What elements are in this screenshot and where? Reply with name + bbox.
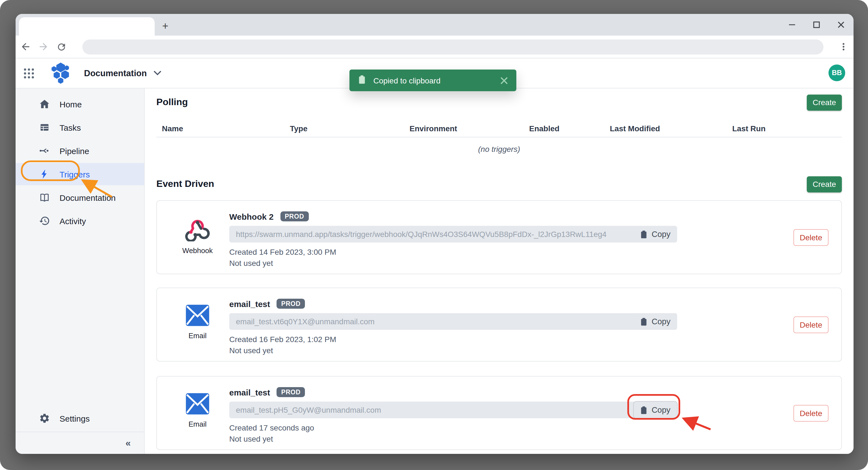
environment-badge: PROD bbox=[277, 387, 305, 397]
column-enabled: Enabled bbox=[529, 124, 610, 133]
home-icon bbox=[39, 98, 50, 109]
column-environment: Environment bbox=[409, 124, 529, 133]
sidebar-spacer bbox=[16, 233, 144, 408]
trigger-type-label: Email bbox=[181, 420, 214, 428]
toast-close-icon[interactable] bbox=[499, 75, 510, 86]
unmand-logo-icon bbox=[50, 62, 72, 84]
polling-empty-state: (no triggers) bbox=[156, 145, 842, 154]
book-icon bbox=[39, 192, 50, 203]
endpoint-field: email_test.pH5_G0yW@unmandmail.com Copy bbox=[229, 402, 677, 418]
toast-message: Copied to clipboard bbox=[373, 76, 499, 85]
polling-table-header: Name Type Environment Enabled Last Modif… bbox=[156, 124, 842, 137]
trigger-card-webhook-2: Webhook Webhook 2 PROD https://swarm.unm… bbox=[156, 200, 842, 274]
toast-notification: Copied to clipboard bbox=[349, 69, 516, 91]
email-icon bbox=[185, 304, 210, 326]
column-last-run: Last Run bbox=[732, 124, 842, 133]
new-tab-button[interactable]: + bbox=[158, 19, 173, 33]
back-button[interactable] bbox=[19, 40, 32, 53]
app-body: Home Tasks Pipeline Triggers bbox=[16, 88, 854, 454]
screenshot-stage: + Documentation bbox=[0, 0, 868, 470]
avatar[interactable]: BB bbox=[829, 65, 845, 81]
trigger-usage: Not used yet bbox=[229, 259, 780, 268]
browser-toolbar bbox=[16, 36, 854, 58]
tasks-icon bbox=[39, 122, 50, 133]
copy-button-highlighted[interactable]: Copy bbox=[633, 401, 678, 419]
polling-create-button[interactable]: Create bbox=[807, 94, 842, 111]
trigger-card-email-test-2: Email email_test PROD email_test.pH5_G0y… bbox=[156, 376, 842, 450]
clipboard-icon bbox=[641, 230, 647, 238]
minimize-button[interactable] bbox=[786, 19, 798, 31]
polling-title: Polling bbox=[156, 97, 188, 108]
reload-button[interactable] bbox=[55, 40, 68, 53]
sidebar-footer: « bbox=[16, 432, 144, 454]
collapse-sidebar-button[interactable]: « bbox=[125, 437, 131, 448]
sidebar-items: Home Tasks Pipeline Triggers bbox=[16, 88, 144, 233]
browser-tabstrip: + bbox=[16, 14, 854, 36]
sidebar-item-settings[interactable]: Settings bbox=[16, 408, 144, 428]
sidebar: Home Tasks Pipeline Triggers bbox=[16, 88, 145, 454]
column-name: Name bbox=[162, 124, 290, 133]
sidebar-item-home[interactable]: Home bbox=[16, 93, 144, 115]
copy-button[interactable]: Copy bbox=[637, 316, 677, 326]
trigger-usage: Not used yet bbox=[229, 434, 780, 443]
browser-tab[interactable] bbox=[19, 17, 155, 36]
sidebar-item-pipeline[interactable]: Pipeline bbox=[16, 139, 144, 162]
polling-section-header: Polling Create bbox=[156, 94, 842, 111]
trigger-type-label: Webhook bbox=[181, 246, 214, 255]
trigger-name: Webhook 2 bbox=[229, 212, 274, 221]
trigger-name: email_test bbox=[229, 387, 270, 397]
chevron-down-icon bbox=[154, 71, 161, 76]
workspace-switcher[interactable]: Documentation bbox=[84, 68, 161, 78]
clipboard-icon bbox=[641, 317, 647, 326]
desktop-background: + Documentation bbox=[0, 0, 868, 470]
endpoint-field: email_test.vt6q0Y1X@unmandmail.com Copy bbox=[229, 313, 677, 330]
delete-button[interactable]: Delete bbox=[794, 405, 829, 421]
window-controls bbox=[786, 14, 854, 36]
environment-badge: PROD bbox=[280, 211, 309, 221]
workspace-name: Documentation bbox=[84, 68, 147, 78]
clipboard-icon bbox=[641, 406, 647, 414]
main-content: Polling Create Name Type Environment Ena… bbox=[145, 88, 854, 454]
sidebar-item-activity[interactable]: Activity bbox=[16, 210, 144, 232]
pipeline-icon bbox=[39, 145, 50, 156]
trigger-usage: Not used yet bbox=[229, 346, 780, 355]
forward-button[interactable] bbox=[37, 40, 50, 53]
event-driven-create-button[interactable]: Create bbox=[807, 176, 842, 192]
event-driven-title: Event Driven bbox=[156, 179, 214, 190]
trigger-created: Created 14 Feb 2023, 3:00 PM bbox=[229, 248, 780, 256]
browser-menu-icon[interactable] bbox=[837, 40, 850, 53]
close-window-button[interactable] bbox=[835, 19, 847, 31]
browser-window: + Documentation bbox=[16, 14, 854, 454]
copy-button[interactable]: Copy bbox=[637, 229, 677, 239]
email-icon bbox=[185, 393, 210, 415]
maximize-button[interactable] bbox=[810, 19, 823, 31]
lightning-bolt-icon bbox=[39, 168, 50, 180]
sidebar-item-tasks[interactable]: Tasks bbox=[16, 116, 144, 138]
delete-button[interactable]: Delete bbox=[794, 316, 829, 333]
trigger-card-email-test-1: Email email_test PROD email_test.vt6q0Y1… bbox=[156, 288, 842, 362]
trigger-type-label: Email bbox=[181, 332, 214, 340]
address-bar[interactable] bbox=[82, 39, 824, 54]
delete-button[interactable]: Delete bbox=[794, 229, 829, 246]
history-icon bbox=[39, 215, 50, 226]
sidebar-item-triggers[interactable]: Triggers bbox=[16, 163, 144, 185]
sidebar-item-documentation[interactable]: Documentation bbox=[16, 186, 144, 209]
endpoint-value: email_test.pH5_G0yW@unmandmail.com bbox=[229, 405, 677, 414]
column-type: Type bbox=[290, 124, 409, 133]
endpoint-value: https://swarm.unmand.app/tasks/trigger/w… bbox=[229, 230, 637, 239]
endpoint-value: email_test.vt6q0Y1X@unmandmail.com bbox=[229, 317, 637, 326]
trigger-name: email_test bbox=[229, 299, 270, 308]
app-grid-icon[interactable] bbox=[22, 66, 36, 80]
trigger-created: Created 17 seconds ago bbox=[229, 423, 780, 432]
trigger-created: Created 16 Feb 2023, 1:02 PM bbox=[229, 335, 780, 344]
gear-icon bbox=[39, 413, 50, 424]
endpoint-field: https://swarm.unmand.app/tasks/trigger/w… bbox=[229, 226, 677, 243]
environment-badge: PROD bbox=[277, 299, 305, 309]
clipboard-icon bbox=[358, 75, 366, 86]
event-driven-section-header: Event Driven Create bbox=[156, 176, 842, 192]
column-last-modified: Last Modified bbox=[610, 124, 732, 133]
webhook-icon bbox=[185, 217, 210, 241]
